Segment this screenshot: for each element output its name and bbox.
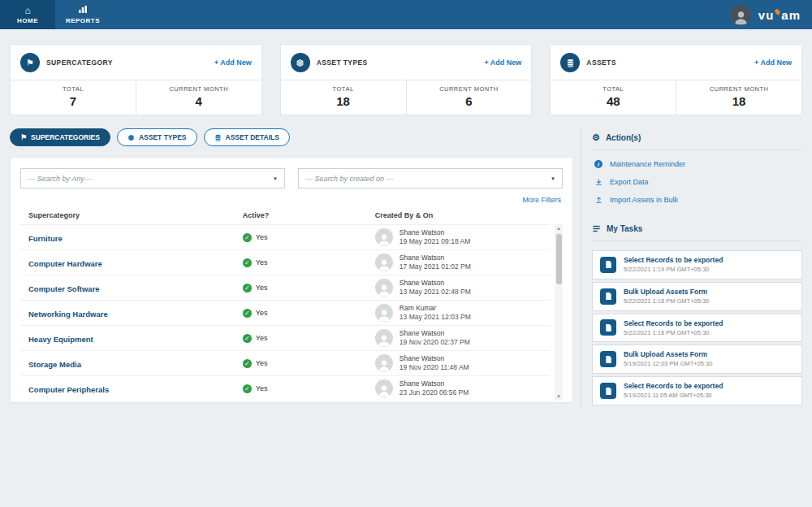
- avatar: [375, 354, 393, 372]
- nav-item-reports[interactable]: REPORTS: [55, 0, 110, 29]
- tab-asset-types[interactable]: ASSET TYPES: [117, 128, 197, 146]
- right-column: ⚙ Action(s) i Maintenance Reminder Expor…: [581, 128, 802, 408]
- supercategory-link[interactable]: Computer Software: [28, 284, 100, 293]
- my-tasks-title: My Tasks: [607, 224, 642, 233]
- add-new-asset-button[interactable]: + Add New: [754, 58, 792, 67]
- scroll-down-arrow[interactable]: ▼: [555, 392, 563, 401]
- active-cell: ✓ Yes: [243, 309, 375, 318]
- info-icon: i: [594, 160, 603, 168]
- supercategory-link[interactable]: Networking Hardware: [28, 310, 108, 318]
- assets-card: ASSETS + Add New TOTAL 48 CURRENT MONTH …: [550, 44, 802, 115]
- nav-item-home[interactable]: ⌂ HOME: [0, 0, 55, 29]
- task-item[interactable]: Select Records to be exported 5/22/2021 …: [592, 314, 802, 343]
- total-stat: TOTAL 48: [551, 80, 676, 115]
- total-stat: TOTAL 7: [11, 80, 136, 115]
- supercategory-link[interactable]: Computer Peripherals: [28, 385, 109, 394]
- active-label: Yes: [256, 258, 268, 266]
- total-value: 7: [11, 94, 136, 108]
- month-value: 4: [136, 94, 261, 108]
- created-on: 13 May 2021 12:03 PM: [400, 313, 471, 322]
- nav-right: vu am: [731, 0, 812, 29]
- search-by-created-on-select[interactable]: --- Search by created on --- ▼: [298, 168, 563, 188]
- task-title: Select Records to be exported: [624, 319, 723, 328]
- action-label: Export Data: [610, 178, 649, 186]
- month-label: CURRENT MONTH: [407, 85, 532, 93]
- created-cell: Shane Watson13 May 2021 02:48 PM: [375, 279, 550, 297]
- task-item[interactable]: Bulk Upload Assets Form 5/19/2021 12:03 …: [592, 344, 802, 374]
- task-time: 5/19/2021 11:05 AM GMT+05:30: [624, 392, 723, 400]
- task-list: Select Records to be exported 5/22/2021 …: [592, 241, 802, 405]
- summary-cards: ⚑ SUPERCATEGORY + Add New TOTAL 7 CURREN…: [0, 29, 812, 115]
- created-by: Shane Watson: [400, 254, 471, 262]
- table-row: Furniture ✓ Yes Shane Watson19 May 2021 …: [20, 224, 550, 249]
- created-by: Shane Watson: [400, 379, 469, 388]
- created-on: 17 May 2021 01:02 PM: [400, 262, 471, 271]
- view-tabs: ⚑ SUPERCATEGORIES ASSET TYPES ASSET DETA…: [10, 128, 573, 146]
- check-circle-icon: ✓: [243, 359, 252, 368]
- active-label: Yes: [256, 359, 268, 367]
- main-column: ⚑ SUPERCATEGORIES ASSET TYPES ASSET DETA…: [10, 128, 573, 403]
- created-cell: Shane Watson17 May 2021 01:02 PM: [375, 254, 550, 271]
- search-by-any-select[interactable]: --- Search by Any--- ▼: [20, 168, 285, 188]
- month-value: 6: [407, 94, 532, 108]
- task-item[interactable]: Bulk Upload Assets Form 5/22/2021 1:18 P…: [592, 282, 802, 311]
- user-avatar[interactable]: [731, 5, 751, 25]
- export-data-link[interactable]: Export Data: [594, 177, 802, 187]
- supercategory-link[interactable]: Storage Media: [28, 360, 81, 369]
- check-circle-icon: ✓: [243, 258, 252, 267]
- total-stat: TOTAL 18: [281, 80, 407, 115]
- created-cell: Shane Watson19 Nov 2020 02:37 PM: [375, 329, 550, 347]
- supercategory-link[interactable]: Heavy Equipment: [28, 335, 93, 344]
- add-new-supercategory-button[interactable]: + Add New: [214, 58, 252, 67]
- task-item[interactable]: Select Records to be exported 5/19/2021 …: [592, 376, 802, 405]
- task-item[interactable]: Select Records to be exported 5/22/2021 …: [592, 250, 802, 280]
- scrollbar[interactable]: ▲ ▼: [555, 224, 563, 401]
- scroll-up-arrow[interactable]: ▲: [555, 224, 563, 232]
- asset-types-card: ASSET TYPES + Add New TOTAL 18 CURRENT M…: [280, 44, 533, 115]
- check-circle-icon: ✓: [243, 284, 252, 292]
- document-icon: [600, 319, 616, 336]
- flag-icon: ⚑: [20, 134, 27, 141]
- more-filters-link[interactable]: More Filters: [20, 196, 561, 204]
- filter-row: --- Search by Any--- ▼ --- Search by cre…: [20, 168, 563, 188]
- active-cell: ✓ Yes: [243, 233, 375, 242]
- avatar: [375, 304, 393, 322]
- cube-icon: [291, 53, 310, 72]
- brand-left: vu: [758, 8, 775, 22]
- supercategory-link[interactable]: Computer Hardware: [28, 259, 102, 268]
- created-on: 19 May 2021 09:18 AM: [400, 237, 470, 246]
- scrollbar-thumb[interactable]: [556, 234, 562, 284]
- total-label: TOTAL: [551, 85, 676, 93]
- header-active: Active?: [243, 211, 375, 219]
- tab-asset-details[interactable]: ASSET DETAILS: [204, 128, 290, 146]
- created-on: 23 Jun 2020 06:56 PM: [400, 388, 469, 397]
- task-title: Bulk Upload Assets Form: [624, 350, 712, 359]
- flame-icon: [775, 8, 781, 15]
- table-body: Furniture ✓ Yes Shane Watson19 May 2021 …: [20, 224, 563, 401]
- current-month-stat: CURRENT MONTH 6: [407, 80, 532, 115]
- document-icon: [600, 288, 616, 305]
- created-on: 13 May 2021 02:48 PM: [400, 288, 471, 297]
- task-time: 5/22/2021 1:18 PM GMT+05:30: [624, 297, 709, 306]
- document-icon: [600, 351, 616, 367]
- maintenance-reminder-link[interactable]: i Maintenance Reminder: [594, 159, 802, 169]
- supercategory-link[interactable]: Furniture: [28, 234, 63, 243]
- tab-label: ASSET TYPES: [139, 133, 187, 141]
- download-icon: [594, 177, 603, 187]
- header-supercategory: Supercategory: [20, 211, 243, 219]
- document-icon: [600, 257, 616, 273]
- check-circle-icon: ✓: [243, 334, 252, 343]
- total-value: 18: [281, 94, 406, 108]
- month-label: CURRENT MONTH: [136, 85, 261, 93]
- created-by: Shane Watson: [400, 279, 471, 288]
- table-row: Computer Peripherals ✓ Yes Shane Watson2…: [20, 375, 550, 401]
- tab-supercategories[interactable]: ⚑ SUPERCATEGORIES: [10, 128, 110, 146]
- card-title: ASSET TYPES: [317, 58, 368, 67]
- active-cell: ✓ Yes: [243, 384, 375, 393]
- created-on: 19 Nov 2020 02:37 PM: [400, 338, 470, 347]
- import-assets-link[interactable]: Import Assets in Bulk: [594, 195, 802, 205]
- add-new-asset-type-button[interactable]: + Add New: [484, 58, 521, 67]
- action-list: i Maintenance Reminder Export Data Impor…: [592, 150, 802, 216]
- active-cell: ✓ Yes: [243, 359, 375, 368]
- task-title: Select Records to be exported: [624, 382, 723, 391]
